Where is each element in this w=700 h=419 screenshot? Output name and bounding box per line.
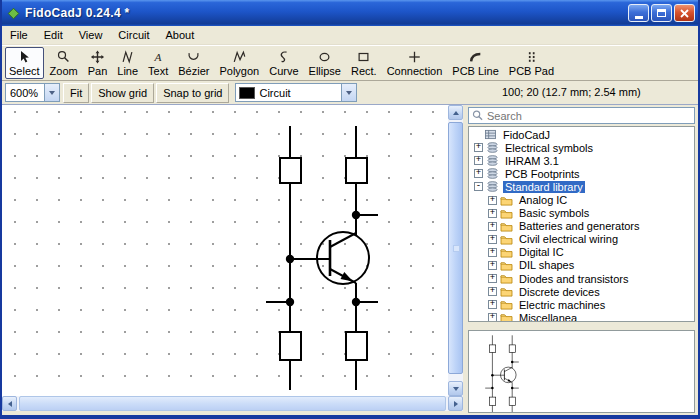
svg-text:A: A: [153, 51, 161, 63]
expander-minus-icon[interactable]: -: [474, 182, 483, 191]
select-cursor-icon: [17, 50, 32, 64]
layer-combobox[interactable]: Circuit: [235, 83, 357, 102]
expander-plus-icon[interactable]: +: [488, 300, 497, 309]
rectangle-icon: [356, 50, 371, 64]
scroll-up-button[interactable]: [448, 105, 463, 120]
canvas-vertical-scrollbar[interactable]: [448, 105, 463, 396]
pcb-line-tool-button[interactable]: PCB Line: [448, 47, 502, 79]
zoom-tool-button[interactable]: Zoom: [46, 47, 82, 79]
menu-file[interactable]: File: [2, 27, 36, 43]
tree-item-fidocadj-root[interactable]: FidoCadJ: [471, 128, 694, 141]
close-icon: [680, 9, 689, 18]
scroll-left-button[interactable]: [2, 396, 17, 411]
library-icon: [486, 181, 499, 192]
menu-edit[interactable]: Edit: [36, 27, 71, 43]
expander-plus-icon[interactable]: +: [488, 235, 497, 244]
menu-about[interactable]: About: [158, 27, 203, 43]
window-title: FidoCadJ 0.24.4 *: [25, 6, 129, 20]
tree-item-analog-ic[interactable]: + Analog IC: [471, 193, 694, 206]
vertical-scroll-thumb[interactable]: [448, 122, 463, 374]
tree-item-basic-symbols[interactable]: + Basic symbols: [471, 207, 694, 220]
ellipse-tool-button[interactable]: Ellipse: [305, 47, 345, 79]
expander-plus-icon[interactable]: +: [488, 196, 497, 205]
library-tree: FidoCadJ + Electrical symbols + IHRAM 3.…: [468, 126, 695, 322]
horizontal-scroll-thumb[interactable]: [19, 396, 446, 411]
pan-arrows-icon: [90, 50, 105, 64]
expander-plus-icon[interactable]: +: [474, 156, 483, 165]
fit-button[interactable]: Fit: [63, 83, 89, 103]
curve-tool-button[interactable]: Curve: [265, 47, 302, 79]
selected-tree-label: Standard library: [503, 181, 585, 193]
tree-item-standard-library[interactable]: - Standard library: [471, 180, 694, 193]
polygon-tool-button[interactable]: Polygon: [215, 47, 263, 79]
folder-icon: [500, 273, 513, 284]
zoom-level-value: 600%: [6, 87, 44, 99]
menu-view[interactable]: View: [71, 27, 111, 43]
symbol-preview-drawing: [469, 331, 695, 413]
layer-value: Circuit: [255, 87, 341, 99]
zoom-dropdown-button[interactable]: [44, 84, 59, 101]
tree-item-discrete-devices[interactable]: + Discrete devices: [471, 285, 694, 298]
tools-toolbar: Select Zoom Pan Line A Text Bézier Polyg…: [2, 45, 698, 81]
folder-icon: [500, 221, 513, 232]
library-search-box[interactable]: [468, 107, 695, 124]
expander-plus-icon[interactable]: +: [488, 287, 497, 296]
layer-dropdown-button[interactable]: [341, 84, 356, 101]
expander-plus-icon[interactable]: +: [488, 313, 497, 322]
text-tool-button[interactable]: A Text: [144, 47, 172, 79]
arrow-right-icon: [454, 401, 458, 407]
curve-icon: [276, 50, 291, 64]
bezier-tool-button[interactable]: Bézier: [174, 47, 213, 79]
scroll-down-button[interactable]: [448, 381, 463, 396]
maximize-button[interactable]: [651, 4, 672, 22]
expander-plus-icon[interactable]: +: [488, 274, 497, 283]
tree-item-dil-shapes[interactable]: + DIL shapes: [471, 259, 694, 272]
expander-plus-icon[interactable]: +: [488, 209, 497, 218]
menu-circuit[interactable]: Circuit: [110, 27, 157, 43]
tree-item-batteries[interactable]: + Batteries and generators: [471, 220, 694, 233]
library-icon: [486, 155, 499, 166]
connection-tool-button[interactable]: Connection: [383, 47, 447, 79]
tree-item-electric-machines[interactable]: + Electric machines: [471, 298, 694, 311]
snap-to-grid-button[interactable]: Snap to grid: [156, 83, 229, 103]
rectangle-tool-button[interactable]: Rect.: [347, 47, 381, 79]
tree-item-pcb-footprints[interactable]: + PCB Footprints: [471, 167, 694, 180]
drawing-canvas[interactable]: [2, 105, 448, 396]
select-tool-button[interactable]: Select: [5, 47, 44, 79]
arrow-left-icon: [8, 401, 12, 407]
main-area: FidoCadJ + Electrical symbols + IHRAM 3.…: [2, 105, 698, 415]
folder-icon: [500, 299, 513, 310]
tree-item-miscellanea[interactable]: + Miscellanea: [471, 311, 694, 322]
zoom-level-combobox[interactable]: 600%: [5, 83, 60, 102]
library-icon: [486, 168, 499, 179]
expander-plus-icon[interactable]: +: [488, 248, 497, 257]
tree-item-diodes-transistors[interactable]: + Diodes and transistors: [471, 272, 694, 285]
line-tool-button[interactable]: Line: [113, 47, 142, 79]
maximize-icon: [657, 9, 666, 17]
line-icon: [120, 50, 135, 64]
library-icon: [486, 142, 499, 153]
close-button[interactable]: [674, 4, 695, 22]
tree-item-electrical-symbols[interactable]: + Electrical symbols: [471, 141, 694, 154]
search-input[interactable]: [487, 110, 691, 122]
expander-plus-icon[interactable]: +: [488, 261, 497, 270]
scroll-right-button[interactable]: [448, 396, 463, 411]
folder-icon: [500, 286, 513, 297]
show-grid-button[interactable]: Show grid: [91, 83, 154, 103]
pcb-pad-tool-button[interactable]: PCB Pad: [505, 47, 558, 79]
expander-plus-icon[interactable]: +: [488, 222, 497, 231]
expander-plus-icon[interactable]: +: [474, 143, 483, 152]
tree-item-civil-wiring[interactable]: + Civil electrical wiring: [471, 233, 694, 246]
minimize-button[interactable]: [628, 4, 649, 22]
arrow-down-icon: [453, 387, 459, 391]
title-bar[interactable]: FidoCadJ 0.24.4 *: [0, 0, 700, 26]
fidocadj-app-icon: [7, 7, 20, 20]
pan-tool-button[interactable]: Pan: [84, 47, 112, 79]
ellipse-icon: [317, 50, 332, 64]
tree-item-digital-ic[interactable]: + Digital IC: [471, 246, 694, 259]
view-toolbar: 600% Fit Show grid Snap to grid Circuit …: [2, 81, 698, 105]
tree-item-ihram[interactable]: + IHRAM 3.1: [471, 154, 694, 167]
bezier-icon: [186, 50, 201, 64]
canvas-horizontal-scrollbar[interactable]: [2, 396, 463, 411]
expander-plus-icon[interactable]: +: [474, 169, 483, 178]
